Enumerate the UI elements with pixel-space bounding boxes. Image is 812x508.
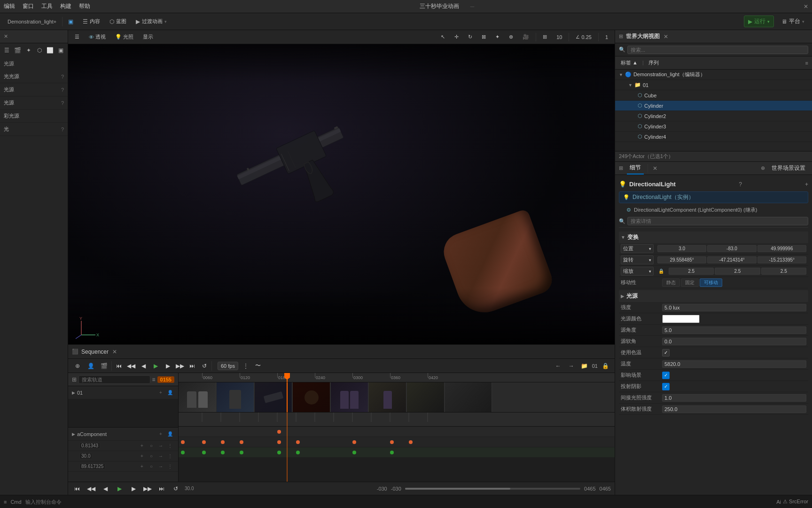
kf-2-1[interactable] (181, 440, 185, 444)
mobility-fixed[interactable]: 固定 (681, 278, 699, 287)
track-add-person[interactable]: 👤 (166, 389, 174, 397)
softness-value[interactable]: 0.0 (662, 338, 806, 345)
track-3-circle[interactable]: ○ (147, 462, 156, 471)
menu-help[interactable]: 帮助 (79, 2, 90, 10)
outliner-item-cylinder[interactable]: ⬡ Cylinder (615, 101, 812, 111)
mobility-movable[interactable]: 可移动 (700, 278, 722, 287)
cone-angle-value[interactable]: 5.0 (662, 326, 806, 334)
outliner-search-input[interactable] (627, 46, 808, 54)
vp-scale-btn[interactable]: 1 (602, 33, 611, 41)
menu-tools[interactable]: 工具 (41, 2, 53, 10)
track-3-dots[interactable]: ⋮ (166, 462, 174, 471)
left-panel-item-shadow[interactable]: 彩光源 (0, 110, 68, 123)
track-3-arrow[interactable]: → (156, 462, 165, 471)
vp-pivot-tool[interactable]: ⊕ (506, 33, 516, 41)
transport-prev-frame[interactable]: ◀◀ (126, 361, 136, 371)
kf-2-7[interactable] (352, 440, 356, 444)
vp-move-tool[interactable]: ✛ (452, 33, 461, 41)
left-panel-item-source[interactable]: 光源 ? (0, 83, 68, 96)
run-button[interactable]: ▶ 运行 ▾ (744, 16, 774, 27)
outliner-item-cylinder2[interactable]: ⬡ Cylinder2 (615, 111, 812, 121)
outliner-item-cylinder3[interactable]: ⬡ Cylinder3 (615, 121, 812, 132)
status-menu[interactable]: ≡ (4, 499, 7, 505)
sequencer-close-btn[interactable]: ✕ (111, 349, 118, 355)
rot-x[interactable]: 29.558485° (657, 256, 706, 263)
vp-camera-tool[interactable]: 🎥 (520, 33, 532, 41)
menu-window[interactable]: 窗口 (23, 2, 34, 10)
bottom-transport-1[interactable]: ⏮ (72, 484, 82, 494)
seq-search-input[interactable] (78, 375, 150, 384)
left-panel-item-source3[interactable]: 光 ? (0, 123, 68, 136)
mobility-static[interactable]: 静态 (662, 278, 680, 287)
seq-camera-btn[interactable]: 🎬 (98, 360, 109, 372)
transport-play[interactable]: ▶ (150, 361, 161, 371)
kf-3-3[interactable] (221, 451, 225, 454)
position-dropdown[interactable]: 位置 ▾ (621, 244, 654, 253)
affect-world-checkbox[interactable] (662, 372, 670, 379)
rotation-dropdown[interactable]: 旋转 ▾ (621, 255, 654, 264)
transport-back-begin[interactable]: ⏮ (114, 361, 124, 371)
vp-scale-tool[interactable]: ⊠ (479, 33, 489, 41)
kf-3-8[interactable] (390, 451, 394, 454)
vol-scatter-value[interactable]: 250.0 (662, 405, 806, 413)
bottom-transport-5[interactable]: ▶▶ (142, 484, 153, 494)
track-2-dots[interactable]: ⋮ (166, 452, 174, 460)
seq-filter-btn[interactable]: 👤 (85, 360, 96, 372)
comp-sub[interactable]: ⚙ DirectionalLightComponent (LightCompon… (619, 205, 808, 215)
comp-header[interactable]: 💡 DirectionalLight ? + (619, 179, 808, 190)
scale-z[interactable]: 2.5 (761, 268, 806, 275)
fps-selector[interactable]: 60 fps (218, 362, 238, 370)
details-tab-details[interactable]: 细节 (627, 162, 644, 175)
transport-loop[interactable]: ↺ (199, 361, 210, 371)
left-panel-item-source2[interactable]: 光源 ? (0, 96, 68, 110)
seq-more-btn[interactable]: ⋮ (240, 360, 251, 372)
viewport-perspective-btn[interactable]: 👁 透视 (86, 32, 109, 41)
bottom-transport-4[interactable]: ▶ (128, 484, 139, 494)
vp-grid-value[interactable]: 10 (554, 33, 565, 41)
pos-z[interactable]: 49.999996 (757, 245, 806, 252)
kf-2-9[interactable] (409, 440, 413, 444)
transport-forward[interactable]: ▶ (163, 361, 173, 371)
kf-2-5[interactable] (277, 440, 281, 444)
kf-2-4[interactable] (240, 440, 243, 444)
kf-3-4[interactable] (240, 451, 243, 454)
bottom-transport-6[interactable]: ⏭ (156, 484, 167, 494)
cmd-input[interactable] (25, 499, 773, 505)
tab-icon-3[interactable]: ✦ (23, 45, 33, 56)
kf-2-8[interactable] (390, 440, 394, 444)
temp-value[interactable]: 5820.0 (662, 360, 806, 368)
track-1-circle[interactable]: ○ (147, 442, 156, 450)
bottom-range-bar[interactable] (405, 488, 580, 490)
outliner-tab-sequence[interactable]: 序列 (647, 58, 661, 67)
scale-x[interactable]: 2.5 (669, 268, 714, 275)
details-search-input[interactable] (627, 217, 808, 225)
seq-tracks-right[interactable]: 0060 0120 0180 0240 0300 0360 0420 (179, 373, 615, 482)
comp-instance[interactable]: 💡 DirectionalLight（实例） (619, 191, 808, 203)
viewport-lighting-btn[interactable]: 💡 光照 (112, 32, 136, 41)
tab-icon-6[interactable]: ▣ (56, 45, 66, 56)
transport-back[interactable]: ◀ (138, 361, 148, 371)
pos-x[interactable]: 3.0 (657, 245, 706, 252)
kf-3-1[interactable] (181, 451, 185, 454)
light-color-swatch[interactable] (662, 315, 700, 323)
bottom-transport-3[interactable]: ◀ (100, 484, 110, 494)
scale-lock[interactable]: 🔒 (658, 269, 664, 274)
tab-icon-4[interactable]: ⬡ (34, 45, 44, 56)
comp-info-btn[interactable]: ? (739, 181, 742, 188)
outliner-item-01[interactable]: ▼ 📁 01 (615, 80, 812, 90)
bottom-loop-btn[interactable]: ↺ (171, 484, 181, 494)
scale-y[interactable]: 2.5 (715, 268, 760, 275)
transport-forward-end[interactable]: ⏭ (187, 361, 197, 371)
track-1-dots[interactable]: ⋮ (166, 442, 174, 450)
seq-add-btn[interactable]: ⊕ (72, 360, 83, 372)
viewport-canvas[interactable]: X Y (68, 44, 615, 344)
vp-grid-btn[interactable]: ⊞ (540, 33, 550, 41)
track-comp-person[interactable]: 👤 (166, 430, 174, 438)
outliner-item-cube[interactable]: ⬡ Cube (615, 90, 812, 101)
seq-nav-forward[interactable]: → (566, 360, 577, 372)
left-panel-item-lightsource[interactable]: 光光源 ? (0, 70, 68, 83)
seq-nav-back[interactable]: ← (553, 360, 564, 372)
kf-3-6[interactable] (296, 451, 300, 454)
transport-next-frame[interactable]: ▶▶ (175, 361, 185, 371)
outliner-expand-01[interactable]: ▼ (628, 83, 632, 87)
